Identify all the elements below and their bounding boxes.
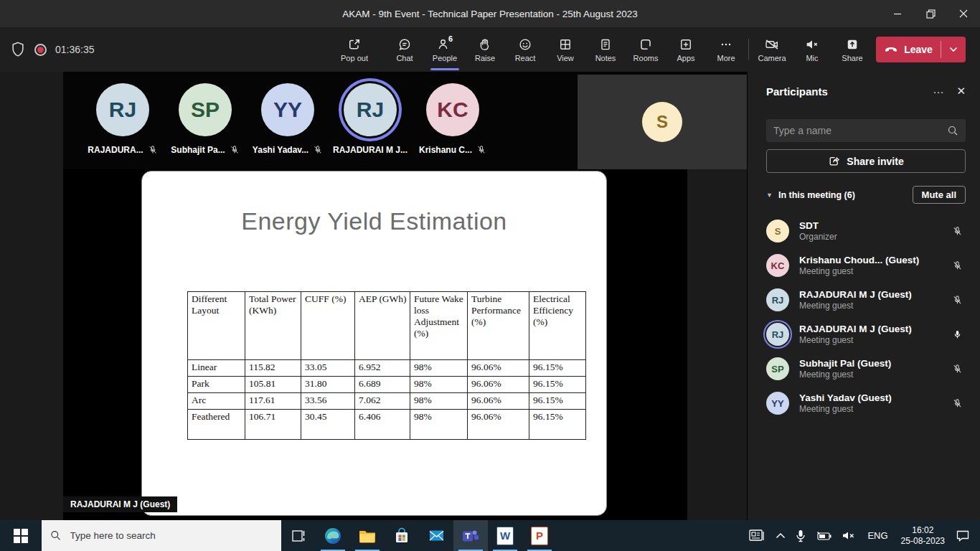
avatar: KC	[426, 83, 479, 136]
participant-role: Meeting guest	[799, 335, 952, 345]
participant-row-speaking[interactable]: RJ RAJADURAI M J (Guest) Meeting guest	[766, 317, 966, 352]
camera-off-icon	[764, 37, 780, 52]
taskbar-search-input[interactable]	[70, 530, 273, 541]
participant-search[interactable]	[766, 119, 966, 142]
mic-muted-icon	[476, 145, 486, 155]
store-button[interactable]	[385, 520, 419, 551]
video-tile[interactable]: RJ RAJADURA...	[83, 72, 163, 161]
mute-all-button[interactable]: Mute all	[913, 186, 966, 204]
react-icon	[518, 37, 532, 52]
teams-icon	[461, 527, 480, 545]
close-button[interactable]	[947, 0, 980, 27]
language-indicator[interactable]: ENG	[860, 520, 895, 551]
toolbar-devices: Camera Mic Share	[752, 27, 872, 72]
panel-title: Participants	[766, 85, 920, 98]
raise-hand-button[interactable]: Raise	[465, 27, 505, 72]
clock[interactable]: 16:02 25-08-2023	[895, 520, 951, 551]
teams-button[interactable]	[453, 520, 488, 551]
avatar: YY	[766, 392, 789, 415]
react-button[interactable]: React	[505, 27, 545, 72]
mic-muted-icon	[952, 398, 963, 409]
notes-icon	[598, 37, 613, 52]
participant-row[interactable]: YY Yashi Yadav (Guest) Meeting guest	[766, 386, 966, 420]
participant-name: SDT	[799, 220, 952, 231]
search-icon	[50, 529, 62, 542]
taskbar-search[interactable]	[42, 520, 281, 551]
video-tile[interactable]: KC Krishanu C...	[413, 72, 493, 161]
presenter-name-overlay: RAJADURAI M J (Guest)	[63, 496, 177, 512]
table-row: Feathered106.7130.456.40698%96.06%96.15%	[188, 410, 586, 440]
notes-button[interactable]: Notes	[585, 27, 626, 72]
minimize-button[interactable]	[881, 0, 914, 27]
rooms-icon	[639, 37, 653, 52]
mic-button[interactable]: Mic	[792, 27, 832, 72]
video-tile[interactable]: SP Subhajit Pa...	[165, 72, 245, 161]
video-tile-speaking[interactable]: RJ RAJADURAI M J...	[330, 72, 410, 161]
tray-mic-button[interactable]	[791, 520, 811, 551]
powerpoint-button[interactable]: P	[522, 520, 557, 551]
search-icon	[947, 125, 958, 136]
battery-icon	[816, 531, 831, 541]
popout-button[interactable]: Pop out	[334, 27, 374, 72]
mail-button[interactable]	[419, 520, 453, 551]
share-button[interactable]: Share	[832, 27, 872, 72]
mic-muted-icon	[952, 295, 963, 306]
chevron-down-icon	[949, 47, 958, 52]
restore-button[interactable]	[914, 0, 947, 27]
minimize-icon	[893, 9, 902, 18]
camera-button[interactable]: Camera	[752, 27, 792, 72]
participant-row[interactable]: RJ RAJADURAI M J (Guest) Meeting guest	[766, 283, 966, 317]
energy-yield-table: Different Layout Total Power (KWh) CUFF …	[187, 291, 586, 440]
avatar: RJ	[766, 288, 789, 311]
edge-icon	[324, 527, 342, 545]
participant-role: Meeting guest	[799, 266, 952, 276]
volume-button[interactable]	[837, 520, 860, 551]
people-button[interactable]: 6 People	[425, 27, 465, 72]
tray-overflow-button[interactable]	[771, 520, 791, 551]
raise-hand-icon	[478, 37, 492, 52]
participant-row[interactable]: KC Krishanu Choud... (Guest) Meeting gue…	[766, 248, 966, 283]
apps-button[interactable]: Apps	[666, 27, 706, 72]
panel-more-button[interactable]: ···	[933, 85, 943, 98]
chat-button[interactable]: Chat	[385, 27, 425, 72]
video-tile-large[interactable]: S	[578, 75, 747, 169]
file-explorer-button[interactable]	[350, 520, 385, 551]
task-view-button[interactable]	[281, 520, 316, 551]
video-tile[interactable]: YY Yashi Yadav...	[248, 72, 328, 161]
volume-muted-icon	[842, 530, 855, 541]
edge-button[interactable]	[316, 520, 350, 551]
table-row: Linear115.8233.056.95298%96.06%96.15%	[188, 360, 586, 377]
mic-muted-icon	[952, 226, 963, 237]
participant-row[interactable]: SP Subhajit Pal (Guest) Meeting guest	[766, 352, 966, 386]
start-button[interactable]	[0, 520, 42, 551]
powerpoint-icon: P	[531, 527, 548, 545]
participant-row[interactable]: S SDT Organizer	[766, 214, 966, 248]
chevron-up-icon	[776, 532, 786, 539]
widgets-button[interactable]	[743, 520, 771, 551]
tile-name: RAJADURAI M J...	[333, 145, 407, 155]
word-button[interactable]: W	[488, 520, 522, 551]
table-row: Park105.8131.806.68998%96.06%96.15%	[188, 377, 586, 393]
more-button[interactable]: More	[706, 27, 746, 72]
panel-close-button[interactable]: ✕	[956, 85, 966, 98]
mic-muted-icon	[952, 260, 963, 271]
participant-search-input[interactable]	[773, 125, 947, 136]
view-button[interactable]: View	[545, 27, 585, 72]
section-title: In this meeting (6)	[778, 190, 855, 200]
section-collapse-caret[interactable]: ▼	[766, 192, 773, 199]
rooms-button[interactable]: Rooms	[626, 27, 666, 72]
people-count-badge: 6	[448, 34, 453, 43]
chat-icon	[397, 37, 412, 52]
battery-button[interactable]	[811, 520, 837, 551]
hangup-icon	[884, 45, 898, 54]
tray-time: 16:02	[901, 525, 945, 536]
leave-options-button[interactable]	[941, 37, 966, 62]
tile-name: Krishanu C...	[419, 145, 472, 155]
avatar: YY	[261, 83, 314, 136]
recording-indicator	[34, 44, 47, 56]
leave-button[interactable]: Leave	[876, 37, 941, 62]
action-center-button[interactable]	[951, 520, 980, 551]
mic-muted-icon	[230, 145, 240, 155]
share-invite-button[interactable]: Share invite	[766, 149, 966, 173]
file-explorer-icon	[358, 527, 377, 545]
